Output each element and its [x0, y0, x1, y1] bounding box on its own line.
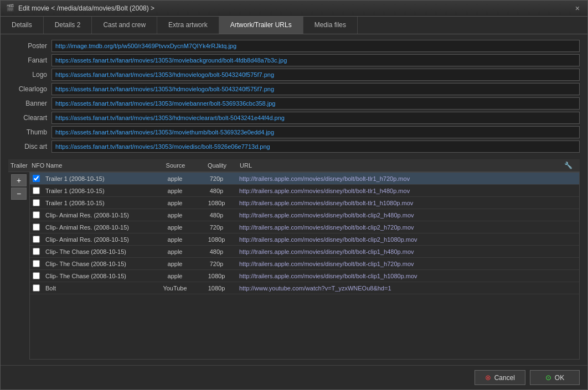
table-row[interactable]: BoltYouTube1080phttp://www.youtube.com/w… [30, 282, 579, 294]
banner-label: Banner [8, 100, 47, 107]
remove-trailer-button[interactable]: − [11, 188, 27, 200]
close-button[interactable]: × [573, 4, 582, 13]
url-cell: http://www.youtube.com/watch?v=T_yzxWNEO… [236, 285, 579, 292]
logo-input[interactable] [51, 69, 580, 81]
nfo-checkbox-cell [30, 223, 42, 231]
quality-cell: 480p [197, 188, 236, 194]
nfo-checkbox[interactable] [33, 248, 40, 255]
logo-label: Logo [8, 71, 47, 79]
content-area: Poster Fanart Logo Clearlogo Banner Clea… [1, 34, 587, 365]
table-row[interactable]: Clip- Animal Res. (2008-10-15)apple480ph… [30, 209, 579, 221]
nfo-checkbox-cell [30, 272, 42, 279]
quality-cell: 720p [197, 224, 236, 231]
tab-details2[interactable]: Details 2 [44, 17, 92, 34]
ok-icon: ⊙ [545, 373, 551, 382]
nfo-checkbox[interactable] [33, 211, 40, 219]
clearart-input[interactable] [51, 112, 580, 124]
url-cell: http://trailers.apple.com/movies/disney/… [236, 236, 579, 243]
fanart-label: Fanart [8, 56, 47, 64]
ok-button[interactable]: ⊙ OK [530, 370, 580, 385]
nfo-checkbox-cell [30, 236, 42, 243]
name-cell: Clip- The Chase (2008-10-15) [42, 248, 153, 255]
tab-trailer[interactable]: Artwork/Trailer URLs [219, 17, 303, 34]
nfo-checkbox[interactable] [33, 272, 40, 279]
poster-input[interactable] [51, 40, 580, 52]
quality-cell: 1080p [197, 285, 236, 292]
tab-bar: Details Details 2 Cast and crew Extra ar… [1, 17, 587, 34]
nfo-checkbox[interactable] [33, 199, 40, 206]
banner-input[interactable] [51, 97, 580, 110]
source-cell: apple [153, 248, 197, 255]
name-cell: Clip- The Chase (2008-10-15) [42, 273, 153, 279]
table-row[interactable]: Clip- The Chase (2008-10-15)apple480phtt… [30, 246, 579, 258]
tab-details[interactable]: Details [1, 17, 44, 34]
cancel-button[interactable]: ⊗ Cancel [474, 370, 525, 385]
table-row[interactable]: Trailer 1 (2008-10-15)apple480phttp://tr… [30, 185, 579, 197]
name-cell: Clip- Animal Res. (2008-10-15) [42, 236, 153, 243]
url-cell: http://trailers.apple.com/movies/disney/… [236, 200, 579, 206]
wrench-icon: 🔧 [564, 162, 572, 169]
table-row[interactable]: Trailer 1 (2008-10-15)apple1080phttp://t… [30, 197, 579, 209]
tab-artwork[interactable]: Extra artwork [157, 17, 219, 34]
trailer-table: Trailer 1 (2008-10-15)apple720phttp://tr… [29, 172, 580, 360]
nfo-checkbox[interactable] [33, 260, 40, 267]
clearlogo-label: Clearlogo [8, 85, 47, 93]
nfo-checkbox[interactable] [33, 175, 40, 182]
table-row[interactable]: Clip- Animal Res. (2008-10-15)apple720ph… [30, 221, 579, 233]
name-cell: Trailer 1 (2008-10-15) [42, 175, 153, 182]
trailer-section: Trailer NFO Name Source Quality URL [8, 159, 580, 360]
nfo-checkbox-cell [30, 211, 42, 219]
nfo-checkbox[interactable] [33, 187, 40, 194]
poster-row: Poster [8, 40, 580, 52]
source-cell: apple [153, 261, 197, 267]
clearart-label: Clearart [8, 114, 47, 122]
quality-cell: 1080p [197, 200, 236, 206]
nfo-checkbox[interactable] [33, 223, 40, 231]
url-cell: http://trailers.apple.com/movies/disney/… [236, 261, 579, 267]
table-row[interactable]: Clip- Animal Res. (2008-10-15)apple1080p… [30, 233, 579, 246]
source-cell: YouTube [153, 285, 197, 292]
source-cell: apple [153, 236, 197, 243]
nfo-checkbox[interactable] [33, 284, 40, 292]
fanart-input[interactable] [51, 54, 580, 66]
quality-cell: 480p [197, 248, 236, 255]
title-bar: 🎬 Edit movie < /media/data/movies/Bolt (… [1, 1, 587, 17]
trailer-col-header: Trailer [11, 162, 28, 169]
nfo-checkbox-cell [30, 260, 42, 267]
add-trailer-button[interactable]: + [11, 174, 27, 186]
nfo-checkbox-cell [30, 199, 42, 206]
url-cell: http://trailers.apple.com/movies/disney/… [236, 273, 579, 279]
source-cell: apple [153, 175, 197, 182]
table-row[interactable]: Trailer 1 (2008-10-15)apple720phttp://tr… [30, 173, 579, 185]
discart-row: Disc art [8, 141, 580, 153]
actions-col-header: 🔧 [564, 162, 580, 169]
nfo-checkbox-cell [30, 187, 42, 194]
quality-cell: 1080p [197, 273, 236, 279]
quality-cell: 720p [197, 261, 236, 267]
clearlogo-input[interactable] [51, 83, 580, 95]
source-col-header: Source [153, 162, 198, 169]
tab-cast[interactable]: Cast and crew [92, 17, 157, 34]
quality-cell: 720p [197, 175, 236, 182]
name-cell: Clip- The Chase (2008-10-15) [42, 261, 153, 267]
nfo-checkbox-cell [30, 175, 42, 182]
table-row[interactable]: Clip- The Chase (2008-10-15)apple1080pht… [30, 270, 579, 282]
app-icon: 🎬 [6, 4, 15, 13]
name-cell: Trailer 1 (2008-10-15) [42, 200, 153, 206]
discart-label: Disc art [8, 143, 47, 150]
tab-media[interactable]: Media files [303, 17, 358, 34]
url-cell: http://trailers.apple.com/movies/disney/… [236, 175, 579, 182]
source-cell: apple [153, 273, 197, 279]
nfo-checkbox[interactable] [33, 236, 40, 243]
url-cell: http://trailers.apple.com/movies/disney/… [236, 248, 579, 255]
thumb-input[interactable] [51, 126, 580, 138]
quality-col-header: Quality [198, 162, 236, 169]
quality-cell: 1080p [197, 236, 236, 243]
discart-input[interactable] [51, 141, 580, 153]
table-row[interactable]: Clip- The Chase (2008-10-15)apple720phtt… [30, 258, 579, 270]
cancel-icon: ⊗ [485, 373, 491, 382]
thumb-row: Thumb [8, 126, 580, 138]
quality-cell: 480p [197, 212, 236, 219]
name-cell: Trailer 1 (2008-10-15) [42, 188, 153, 194]
trailer-table-header: Trailer NFO Name Source Quality URL [8, 159, 580, 172]
